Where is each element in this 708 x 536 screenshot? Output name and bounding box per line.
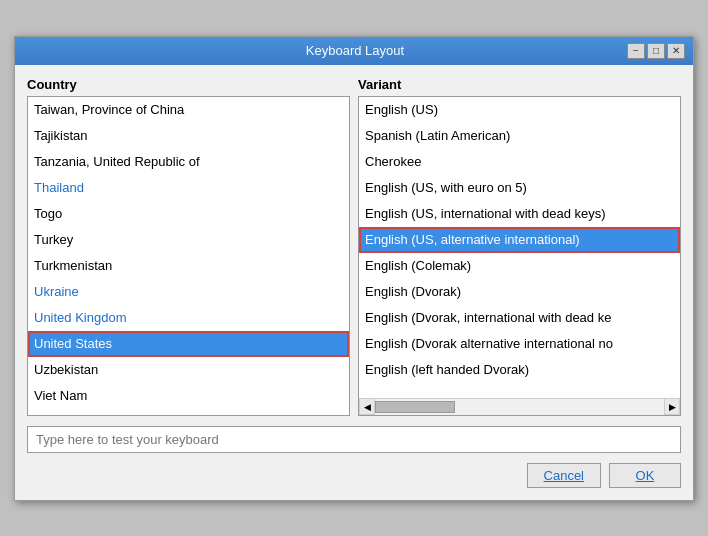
list-item[interactable]: English (Dvorak) <box>359 279 680 305</box>
list-item[interactable]: English (Colemak) <box>359 253 680 279</box>
minimize-button[interactable]: − <box>627 43 645 59</box>
country-header: Country <box>27 77 350 92</box>
hscroll-right-btn[interactable]: ▶ <box>664 398 680 415</box>
list-item[interactable]: Cherokee <box>359 149 680 175</box>
variant-hscrollbar: ◀ ▶ <box>359 398 680 415</box>
list-item[interactable]: English (US, international with dead key… <box>359 201 680 227</box>
country-column: Country Taiwan, Province of ChinaTajikis… <box>27 77 350 416</box>
country-list-scroll[interactable]: Taiwan, Province of ChinaTajikistanTanza… <box>28 97 349 415</box>
list-item[interactable]: English (Dvorak, international with dead… <box>359 305 680 331</box>
list-item[interactable]: English (left handed Dvorak) <box>359 357 680 383</box>
buttons-row: Cancel OK <box>27 463 681 492</box>
hscroll-track[interactable] <box>375 399 664 415</box>
list-item[interactable]: Uzbekistan <box>28 357 349 383</box>
ok-button[interactable]: OK <box>609 463 681 488</box>
list-item[interactable]: English (Dvorak alternative internationa… <box>359 331 680 357</box>
country-list-container: Taiwan, Province of ChinaTajikistanTanza… <box>27 96 350 416</box>
list-item[interactable]: English (US, with euro on 5) <box>359 175 680 201</box>
dialog-title: Keyboard Layout <box>83 43 627 58</box>
list-item[interactable]: Turkey <box>28 227 349 253</box>
list-item[interactable]: Thailand <box>28 175 349 201</box>
columns-layout: Country Taiwan, Province of ChinaTajikis… <box>27 77 681 416</box>
list-item[interactable]: Tanzania, United Republic of <box>28 149 349 175</box>
titlebar-controls: − □ ✕ <box>627 43 685 59</box>
keyboard-test-input[interactable] <box>27 426 681 453</box>
dialog-body: Country Taiwan, Province of ChinaTajikis… <box>15 65 693 500</box>
maximize-button[interactable]: □ <box>647 43 665 59</box>
list-item[interactable]: Turkmenistan <box>28 253 349 279</box>
list-item[interactable]: Tajikistan <box>28 123 349 149</box>
variant-list-wrapper: English (US)Spanish (Latin American)Cher… <box>358 96 681 416</box>
cancel-button[interactable]: Cancel <box>527 463 601 488</box>
list-item[interactable]: Spanish (Latin American) <box>359 123 680 149</box>
list-item[interactable]: United States <box>28 331 349 357</box>
hscroll-left-btn[interactable]: ◀ <box>359 398 375 415</box>
variant-column: Variant English (US)Spanish (Latin Ameri… <box>358 77 681 416</box>
variant-header: Variant <box>358 77 681 92</box>
test-input-row <box>27 426 681 453</box>
list-item[interactable]: Viet Nam <box>28 383 349 409</box>
list-item[interactable]: United Kingdom <box>28 305 349 331</box>
variant-list-scroll[interactable]: English (US)Spanish (Latin American)Cher… <box>359 97 680 398</box>
list-item[interactable]: Ukraine <box>28 279 349 305</box>
titlebar: Keyboard Layout − □ ✕ <box>15 37 693 65</box>
list-item[interactable]: English (US) <box>359 97 680 123</box>
keyboard-layout-dialog: Keyboard Layout − □ ✕ Country Taiwan, Pr… <box>14 36 694 501</box>
list-item[interactable]: English (US, alternative international) <box>359 227 680 253</box>
list-item[interactable]: Taiwan, Province of China <box>28 97 349 123</box>
list-item[interactable]: Togo <box>28 201 349 227</box>
close-button[interactable]: ✕ <box>667 43 685 59</box>
hscroll-thumb <box>375 401 455 413</box>
